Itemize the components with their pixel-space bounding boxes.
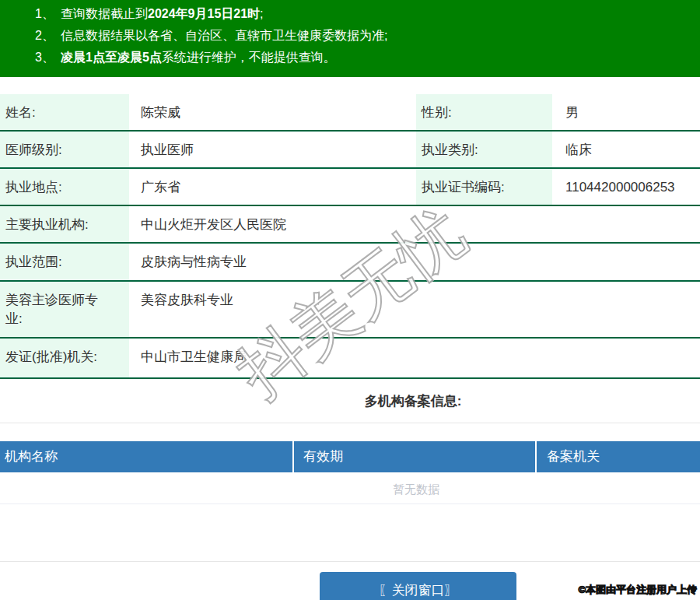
field-value-doctor-level: 执业医师 — [129, 132, 416, 167]
divider — [0, 561, 700, 562]
column-header-validity: 有效期 — [294, 441, 537, 472]
notice-text: 查询数据截止到 — [61, 7, 148, 20]
notice-banner: 1、查询数据截止到2024年9月15日21时; 2、信息数据结果以各省、自治区、… — [0, 0, 700, 77]
filing-section-title: 多机构备案信息: — [365, 392, 462, 410]
field-label-practice-scope: 执业范围: — [0, 244, 129, 280]
notice-text-bold: 凌晨1点至凌晨5点 — [61, 51, 162, 64]
field-label-issuing-authority: 发证(批准)机关: — [0, 339, 129, 377]
copyright-watermark: ©本图由平台注册用户上传 — [578, 583, 697, 597]
notice-number: 1、 — [35, 3, 61, 25]
notice-text: 系统进行维护，不能提供查询。 — [162, 51, 336, 64]
notice-text: ; — [260, 7, 263, 20]
field-label-name: 姓名: — [0, 94, 129, 130]
field-label-cosmetic-specialty: 美容主诊医师专业: — [0, 282, 129, 337]
notice-line: 2、信息数据结果以各省、自治区、直辖市卫生健康委数据为准; — [35, 25, 692, 47]
field-value-name: 陈荣威 — [129, 94, 416, 130]
column-header-filing-authority: 备案机关 — [537, 441, 700, 472]
field-label-practice-category: 执业类别: — [416, 132, 552, 167]
field-label-doctor-level: 医师级别: — [0, 132, 129, 167]
field-value-gender: 男 — [552, 94, 700, 130]
table-row: 执业地点: 广东省 执业证书编码: 110442000006253 — [0, 169, 700, 206]
table-row: 姓名: 陈荣威 性别: 男 — [0, 94, 700, 132]
notice-text: 信息数据结果以各省、自治区、直辖市卫生健康委数据为准; — [61, 29, 387, 42]
divider — [0, 423, 700, 423]
table-row: 医师级别: 执业医师 执业类别: 临床 — [0, 132, 700, 169]
close-window-button[interactable]: 〖关闭窗口〗 — [320, 572, 516, 600]
filing-table-header: 机构名称 有效期 备案机关 — [0, 441, 700, 472]
field-value-issuing-authority: 中山市卫生健康局 — [129, 339, 700, 377]
divider — [0, 504, 700, 504]
query-result-page: 1、查询数据截止到2024年9月15日21时; 2、信息数据结果以各省、自治区、… — [0, 0, 700, 600]
notice-text-bold: 2024年9月15日21时 — [148, 7, 260, 20]
field-value-certificate-number: 110442000006253 — [552, 169, 700, 205]
field-value-practice-location: 广东省 — [129, 169, 416, 205]
notice-number: 2、 — [35, 25, 61, 47]
column-header-institution: 机构名称 — [0, 441, 294, 472]
notice-line: 1、查询数据截止到2024年9月15日21时; — [35, 3, 692, 25]
empty-data-text: 暂无数据 — [393, 482, 439, 497]
field-label-practice-location: 执业地点: — [0, 169, 129, 205]
field-value-practice-category: 临床 — [552, 132, 700, 167]
field-label-gender: 性别: — [416, 94, 552, 130]
notice-line: 3、凌晨1点至凌晨5点系统进行维护，不能提供查询。 — [35, 47, 692, 68]
table-row: 主要执业机构: 中山火炬开发区人民医院 — [0, 206, 700, 244]
notice-number: 3、 — [35, 47, 61, 68]
field-label-main-institution: 主要执业机构: — [0, 206, 129, 242]
